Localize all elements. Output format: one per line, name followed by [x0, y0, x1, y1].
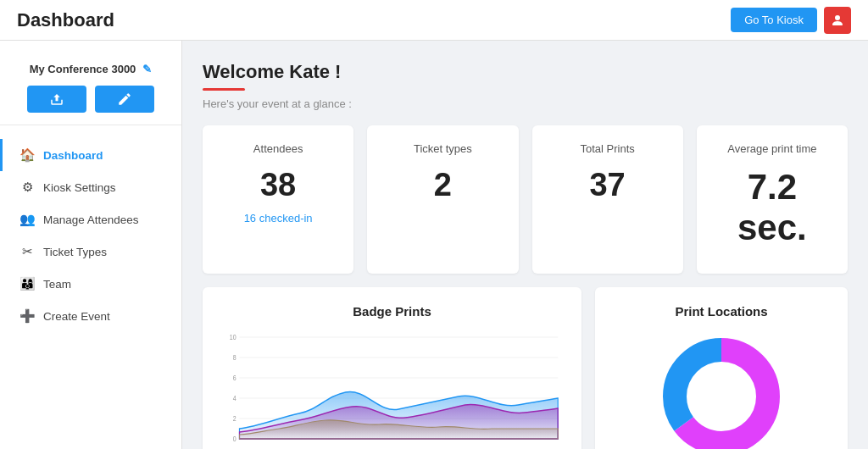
svg-text:0: 0 — [233, 435, 236, 443]
donut-svg — [654, 329, 789, 449]
stat-card-total-prints: Total Prints 37 — [532, 125, 683, 274]
stats-row: Attendees 38 16 checked-in Ticket types … — [203, 125, 848, 274]
conference-edit-icon[interactable]: ✎ — [142, 63, 152, 75]
layout: My Conference 3000 ✎ 🏠 Dashboa — [0, 41, 868, 449]
conference-name: My Conference 3000 ✎ — [14, 63, 168, 75]
stat-card-attendees: Attendees 38 16 checked-in — [203, 125, 353, 274]
charts-row: Badge Prints 10 8 6 4 — [203, 287, 848, 449]
welcome-title: Welcome Kate ! — [203, 61, 848, 83]
avg-print-time-label: Average print time — [714, 142, 831, 155]
edit-icon — [117, 91, 132, 107]
edit-button[interactable] — [95, 86, 154, 113]
nav-section: 🏠 Dashboard ⚙ Kiosk Settings 👥 Manage At… — [0, 125, 181, 346]
header: Dashboard Go To Kiosk — [0, 0, 868, 41]
badge-prints-chart: 10 8 6 4 2 0 — [220, 329, 565, 449]
badge-prints-svg: 10 8 6 4 2 0 — [220, 329, 565, 449]
svg-text:6: 6 — [233, 374, 236, 382]
svg-text:2: 2 — [233, 414, 236, 423]
profile-button[interactable] — [824, 7, 851, 34]
stat-card-avg-print-time: Average print time 7.2 sec. — [697, 125, 848, 274]
conference-block: My Conference 3000 ✎ — [0, 54, 181, 125]
main-content: Welcome Kate ! Here's your event at a gl… — [182, 41, 868, 449]
sidebar-item-dashboard[interactable]: 🏠 Dashboard — [0, 139, 181, 171]
attendees-sub: 16 checked-in — [220, 212, 337, 224]
avg-print-time-value: 7.2 sec. — [714, 167, 831, 248]
welcome-underline — [203, 88, 245, 91]
attendees-value: 38 — [220, 167, 337, 203]
sidebar-item-kiosk-settings[interactable]: ⚙ Kiosk Settings — [0, 171, 181, 203]
sidebar-item-ticket-types[interactable]: ✂ Ticket Types — [0, 236, 181, 268]
svg-text:10: 10 — [230, 333, 236, 341]
ticket-types-value: 2 — [384, 167, 501, 203]
attendees-label: Attendees — [220, 142, 337, 155]
kiosk-settings-icon: ⚙ — [19, 180, 35, 195]
welcome-subtitle: Here's your event at a glance : — [203, 97, 848, 110]
page-title: Dashboard — [17, 9, 114, 31]
badge-prints-title: Badge Prints — [220, 304, 565, 319]
svg-text:4: 4 — [233, 394, 236, 402]
team-icon: 👨‍👩‍👦 — [19, 276, 35, 291]
profile-icon — [831, 14, 844, 27]
sidebar-item-manage-attendees[interactable]: 👥 Manage Attendees — [0, 203, 181, 236]
total-prints-label: Total Prints — [549, 142, 666, 155]
ticket-types-icon: ✂ — [19, 244, 35, 259]
header-actions: Go To Kiosk — [731, 7, 851, 34]
sidebar-item-team[interactable]: 👨‍👩‍👦 Team — [0, 268, 181, 300]
upload-button[interactable] — [27, 86, 86, 113]
conference-buttons — [14, 86, 168, 113]
stat-card-ticket-types: Ticket types 2 — [367, 125, 518, 274]
print-locations-card: Print Locations dashboar — [595, 287, 848, 449]
ticket-types-label: Ticket types — [384, 142, 501, 155]
sidebar-item-create-event[interactable]: ➕ Create Event — [0, 300, 181, 332]
svg-point-20 — [687, 363, 755, 430]
donut-chart — [612, 329, 831, 449]
total-prints-value: 37 — [549, 167, 666, 203]
upload-icon — [49, 91, 64, 107]
sidebar: My Conference 3000 ✎ 🏠 Dashboa — [0, 41, 182, 449]
dashboard-icon: 🏠 — [19, 147, 35, 163]
svg-text:8: 8 — [233, 353, 236, 362]
badge-prints-card: Badge Prints 10 8 6 4 — [203, 287, 581, 449]
go-to-kiosk-button[interactable]: Go To Kiosk — [731, 8, 817, 32]
manage-attendees-icon: 👥 — [19, 212, 35, 227]
print-locations-title: Print Locations — [612, 304, 831, 319]
create-event-icon: ➕ — [19, 308, 35, 324]
